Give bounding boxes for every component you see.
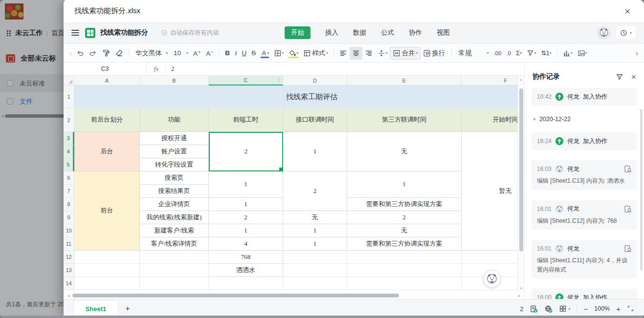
cell-B2[interactable]: 功能 bbox=[140, 108, 209, 132]
cell-D13[interactable] bbox=[283, 264, 347, 277]
cell-name-box[interactable]: C3 bbox=[64, 63, 147, 75]
preview-edit-icon[interactable] bbox=[624, 165, 632, 173]
increase-decimal-button[interactable]: .00 bbox=[491, 47, 504, 60]
decrease-decimal-button[interactable]: .0 bbox=[504, 47, 513, 60]
cell-B12[interactable] bbox=[140, 251, 209, 264]
cell-B10[interactable]: 新建客户/线索 bbox=[140, 224, 209, 237]
cell-E8[interactable]: 需要和第三方协调实现方案 bbox=[347, 198, 462, 211]
row-header-5[interactable]: 5 bbox=[64, 158, 74, 171]
formula-input[interactable]: 2 bbox=[166, 63, 524, 75]
column-header-F[interactable]: F bbox=[462, 76, 517, 85]
align-center-button[interactable] bbox=[350, 47, 362, 60]
cell-E13[interactable] bbox=[347, 264, 462, 277]
cell-E11[interactable]: 需要和第三方协调实现方案 bbox=[347, 237, 462, 251]
cell-D9[interactable]: 无 bbox=[283, 211, 347, 224]
column-header-E[interactable]: E bbox=[347, 76, 462, 85]
align-left-button[interactable] bbox=[337, 47, 350, 60]
cell-E10[interactable]: 无 bbox=[347, 224, 462, 237]
cell-C10[interactable]: 1 bbox=[209, 224, 283, 237]
font-color-button[interactable]: A bbox=[258, 47, 271, 60]
row-header-3[interactable]: 3 bbox=[64, 132, 74, 145]
cell-B11[interactable]: 客户/线索详情页 bbox=[140, 237, 209, 251]
tab-协作[interactable]: 协作 bbox=[409, 28, 422, 37]
column-header-A[interactable]: A bbox=[74, 76, 140, 85]
bold-button[interactable]: B bbox=[222, 47, 232, 60]
scroll-right-icon[interactable]: ▸ bbox=[516, 294, 522, 298]
fullscreen-icon[interactable] bbox=[627, 305, 635, 313]
cell-C13[interactable]: 洒洒水 bbox=[209, 264, 283, 277]
hscrollbar-thumb[interactable] bbox=[72, 294, 399, 297]
column-header-C[interactable]: C⋮ bbox=[209, 76, 283, 85]
cell-B8[interactable]: 企业详情页 bbox=[140, 198, 209, 211]
row-header-1[interactable]: 1 bbox=[64, 85, 74, 108]
row-header-8[interactable]: 8 bbox=[64, 198, 74, 211]
insert-image-button[interactable] bbox=[575, 47, 590, 60]
cell-C11[interactable]: 4 bbox=[209, 237, 283, 251]
close-icon[interactable]: × bbox=[622, 5, 633, 17]
scroll-up-icon[interactable]: ▴ bbox=[518, 77, 524, 82]
number-format-select[interactable]: 常规 bbox=[455, 47, 491, 60]
cell-D12[interactable] bbox=[283, 251, 347, 264]
cell-A3[interactable]: 后台 bbox=[74, 132, 140, 171]
redo-button[interactable] bbox=[87, 47, 99, 60]
cell-A2[interactable]: 前后台划分 bbox=[74, 108, 140, 132]
clear-format-button[interactable] bbox=[112, 47, 126, 60]
user-avatar[interactable] bbox=[597, 26, 611, 40]
cell-C14[interactable] bbox=[209, 277, 283, 290]
cell-C6[interactable]: 1 bbox=[209, 171, 283, 198]
zoom-out-button[interactable]: − bbox=[583, 305, 588, 313]
add-sheet-button[interactable]: + bbox=[125, 304, 130, 314]
grid-corner-select-all[interactable] bbox=[64, 76, 74, 85]
column-menu-icon[interactable]: ⋮ bbox=[276, 77, 281, 83]
italic-button[interactable]: I bbox=[232, 47, 240, 60]
cell-C9[interactable]: 2 bbox=[209, 211, 283, 224]
hamburger-menu-icon[interactable] bbox=[71, 32, 79, 33]
row-header-2[interactable]: 2 bbox=[64, 108, 74, 132]
insert-chart-button[interactable] bbox=[560, 47, 575, 60]
font-family-select[interactable]: 华文黑体 bbox=[132, 47, 170, 60]
cell-B5[interactable]: 转化字段设置 bbox=[140, 158, 209, 171]
cell-B14[interactable] bbox=[140, 277, 209, 290]
cell-A13[interactable] bbox=[74, 264, 140, 277]
filter-icon[interactable] bbox=[616, 73, 623, 81]
history-button[interactable] bbox=[616, 26, 636, 40]
cell-D14[interactable] bbox=[283, 277, 347, 290]
cell-F12[interactable] bbox=[462, 251, 517, 264]
increase-font-button[interactable]: A⁺ bbox=[191, 47, 203, 60]
align-right-button[interactable] bbox=[362, 47, 375, 60]
cell-B6[interactable]: 搜索页 bbox=[140, 171, 209, 185]
preview-edit-icon[interactable] bbox=[624, 205, 632, 213]
zoom-in-button[interactable]: + bbox=[616, 305, 621, 313]
undo-button[interactable] bbox=[74, 47, 87, 60]
cell-D11[interactable]: 1 bbox=[283, 237, 347, 251]
toolbar-scroll-right-icon[interactable]: › bbox=[634, 49, 640, 57]
cell-D3[interactable]: 1 bbox=[283, 132, 347, 171]
row-header-9[interactable]: 9 bbox=[64, 211, 74, 224]
sum-button[interactable]: Σ bbox=[513, 47, 524, 60]
collab-entry[interactable]: 10:42何龙加入协作 bbox=[532, 88, 637, 106]
panel-scrollbar-thumb[interactable] bbox=[640, 109, 643, 270]
cell-F2[interactable]: 开始时间 bbox=[462, 108, 517, 132]
scroll-down-icon[interactable]: ▾ bbox=[518, 286, 524, 291]
cell-A6[interactable]: 前台 bbox=[74, 171, 140, 251]
cell-E14[interactable] bbox=[347, 277, 462, 290]
cell-D10[interactable]: 1 bbox=[283, 224, 347, 237]
cell-D6[interactable]: 2 bbox=[283, 171, 347, 211]
panel-close-icon[interactable]: × bbox=[631, 73, 636, 81]
cell-A14[interactable] bbox=[74, 277, 140, 290]
column-header-B[interactable]: B bbox=[140, 76, 209, 85]
cell-C3[interactable]: 2 bbox=[209, 132, 283, 171]
row-header-11[interactable]: 11 bbox=[64, 237, 74, 251]
cell-E9[interactable]: 2 bbox=[347, 211, 462, 224]
doc-check-icon[interactable] bbox=[530, 305, 538, 313]
cell-A12[interactable] bbox=[74, 251, 140, 264]
cell-F3[interactable]: 暂无 bbox=[462, 132, 517, 251]
row-header-4[interactable]: 4 bbox=[64, 145, 74, 158]
row-header-13[interactable]: 13 bbox=[64, 264, 74, 277]
horizontal-scrollbar[interactable]: ◂ ▸ bbox=[64, 292, 524, 299]
tab-公式[interactable]: 公式 bbox=[381, 28, 394, 37]
collab-date-group[interactable]: ▼2020-12-22 bbox=[533, 116, 637, 123]
decrease-font-button[interactable]: A⁻ bbox=[203, 47, 216, 60]
tab-数据[interactable]: 数据 bbox=[353, 28, 366, 37]
preview-edit-icon[interactable] bbox=[624, 245, 632, 253]
